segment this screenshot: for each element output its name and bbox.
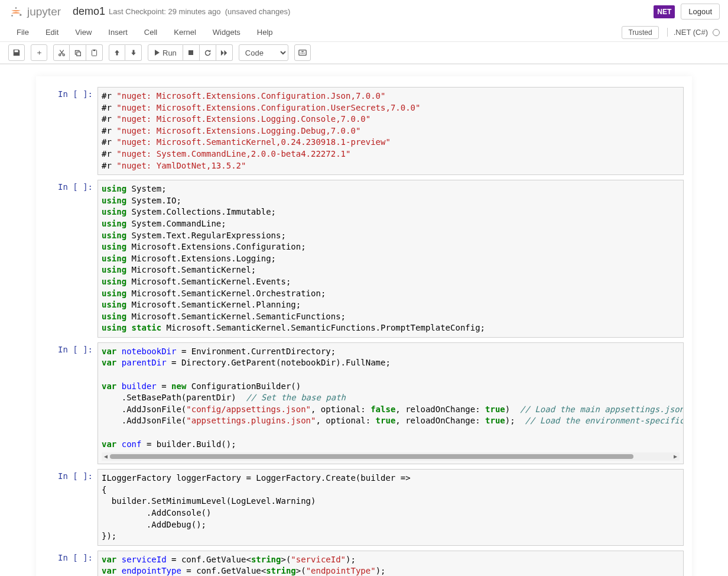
- svg-point-2: [20, 14, 21, 15]
- kernel-name[interactable]: .NET (C#): [674, 28, 708, 37]
- code-input[interactable]: #r "nuget: Microsoft.Extensions.Configur…: [98, 87, 684, 175]
- svg-rect-9: [188, 50, 193, 55]
- input-prompt: In [ ]:: [44, 180, 98, 338]
- svg-point-0: [15, 7, 17, 9]
- run-button[interactable]: Run: [148, 44, 183, 61]
- interrupt-button[interactable]: [183, 44, 200, 61]
- header: jupyter demo1 Last Checkpoint: 29 minute…: [0, 0, 728, 23]
- notebook-name[interactable]: demo1: [73, 5, 105, 18]
- jupyter-logo-icon[interactable]: [8, 4, 24, 20]
- menu-help[interactable]: Help: [249, 24, 281, 40]
- input-prompt: In [ ]:: [44, 87, 98, 175]
- cut-button[interactable]: [53, 44, 70, 61]
- menu-cell[interactable]: Cell: [136, 24, 165, 40]
- trusted-badge[interactable]: Trusted: [622, 26, 658, 39]
- jupyter-text[interactable]: jupyter: [27, 5, 61, 18]
- menu-kernel[interactable]: Kernel: [165, 24, 204, 40]
- code-cell[interactable]: In [ ]:var notebookDir = Environment.Cur…: [44, 342, 684, 464]
- input-prompt: In [ ]:: [44, 342, 98, 464]
- scroll-left-icon[interactable]: ◀: [103, 454, 109, 459]
- menu-edit[interactable]: Edit: [37, 24, 67, 40]
- notebook-container: In [ ]:#r "nuget: Microsoft.Extensions.C…: [36, 76, 692, 576]
- restart-run-all-button[interactable]: [216, 44, 233, 61]
- move-up-button[interactable]: [109, 44, 125, 61]
- menu-file[interactable]: File: [8, 24, 37, 40]
- horizontal-scrollbar[interactable]: ◀▶: [102, 452, 680, 461]
- logout-button[interactable]: Logout: [681, 4, 720, 20]
- svg-rect-10: [299, 50, 306, 56]
- code-input[interactable]: var notebookDir = Environment.CurrentDir…: [98, 342, 684, 464]
- net-badge[interactable]: NET: [654, 5, 675, 18]
- input-prompt: In [ ]:: [44, 551, 98, 576]
- menubar: FileEditViewInsertCellKernelWidgetsHelp …: [0, 23, 728, 42]
- paste-button[interactable]: [86, 44, 103, 61]
- scroll-thumb[interactable]: [110, 454, 633, 459]
- kernel-indicator-icon: [713, 29, 720, 36]
- code-cell[interactable]: In [ ]:var serviceId = conf.GetValue<str…: [44, 551, 684, 576]
- restart-button[interactable]: [200, 44, 216, 61]
- input-prompt: In [ ]:: [44, 469, 98, 546]
- toolbar: ＋ Run: [0, 42, 728, 64]
- code-cell[interactable]: In [ ]:#r "nuget: Microsoft.Extensions.C…: [44, 87, 684, 175]
- code-input[interactable]: ILoggerFactory loggerFactory = LoggerFac…: [98, 469, 684, 546]
- command-palette-button[interactable]: [294, 44, 311, 61]
- save-button[interactable]: [8, 44, 25, 61]
- svg-point-4: [63, 54, 64, 56]
- copy-button[interactable]: [70, 44, 86, 61]
- svg-point-3: [58, 54, 60, 56]
- code-cell[interactable]: In [ ]:using System;using System.IO;usin…: [44, 180, 684, 338]
- code-cell[interactable]: In [ ]:ILoggerFactory loggerFactory = Lo…: [44, 469, 684, 546]
- checkpoint-status: Last Checkpoint: 29 minutes ago (unsaved…: [109, 7, 290, 16]
- scroll-right-icon[interactable]: ▶: [672, 454, 678, 459]
- menu-widgets[interactable]: Widgets: [204, 24, 249, 40]
- menu-insert[interactable]: Insert: [100, 24, 136, 40]
- code-input[interactable]: using System;using System.IO;using Syste…: [98, 180, 684, 338]
- cell-type-select[interactable]: Code: [239, 44, 288, 61]
- svg-point-1: [11, 15, 13, 17]
- svg-rect-8: [93, 49, 95, 50]
- add-cell-button[interactable]: ＋: [31, 44, 47, 61]
- code-input[interactable]: var serviceId = conf.GetValue<string>("s…: [98, 551, 684, 576]
- svg-rect-6: [77, 51, 81, 56]
- move-down-button[interactable]: [125, 44, 142, 61]
- menu-view[interactable]: View: [67, 24, 100, 40]
